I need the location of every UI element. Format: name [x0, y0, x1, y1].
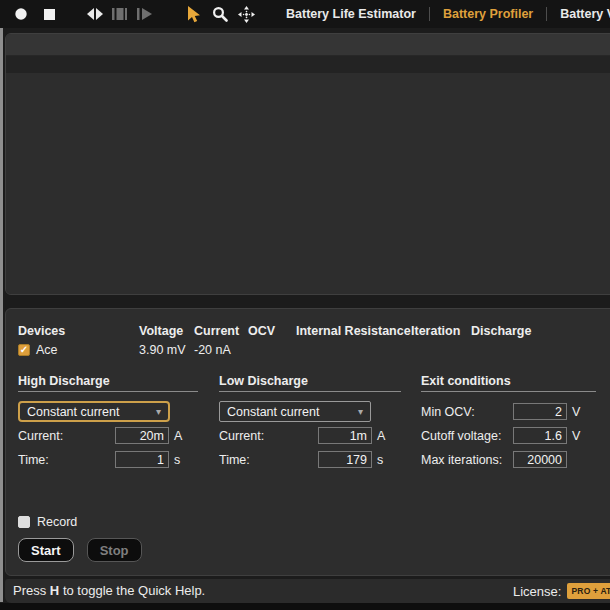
field-label: Time:: [18, 453, 115, 467]
field-label: Max iterations:: [421, 453, 513, 467]
start-button[interactable]: Start: [18, 538, 74, 562]
col-voltage: Voltage: [139, 324, 194, 338]
plot-panel: [5, 33, 610, 295]
quick-help-hint: Press H to toggle the Quick Help.: [13, 583, 205, 598]
step-icon: [112, 8, 127, 20]
hotkey-h: H: [50, 583, 59, 598]
section-title: High Discharge: [18, 374, 198, 392]
high-discharge-current-input[interactable]: [115, 427, 169, 444]
high-discharge-section: High Discharge Constant current ▾ Curren…: [18, 374, 198, 473]
unit-label: V: [572, 405, 584, 419]
controls-panel: Devices Voltage Current OCV Internal Res…: [5, 308, 610, 576]
unit-label: V: [572, 429, 584, 443]
field-label: Time:: [219, 453, 318, 467]
zoom-tool-icon: [212, 6, 228, 22]
stop-icon: [43, 8, 56, 21]
stop-button[interactable]: Stop: [87, 538, 142, 562]
play-icon: [137, 8, 152, 20]
chevron-down-icon: ▾: [358, 406, 363, 417]
status-bar: Press H to toggle the Quick Help. Licens…: [5, 579, 610, 603]
expand-horizontal-button[interactable]: [84, 3, 106, 25]
plot-area[interactable]: [6, 74, 610, 294]
devices-table: Devices Voltage Current OCV Internal Res…: [18, 322, 610, 358]
tab-separator: [429, 7, 430, 21]
col-ocv: OCV: [248, 324, 296, 338]
exit-conditions-section: Exit conditions Min OCV: V Cutoff voltag…: [421, 374, 596, 473]
plot-header-strip: [6, 34, 610, 56]
col-current: Current: [194, 324, 248, 338]
unit-label: A: [174, 429, 186, 443]
device-name: Ace: [36, 343, 58, 357]
record-label: Record: [37, 515, 77, 529]
pan-tool-button[interactable]: [235, 3, 257, 25]
unit-label: A: [377, 429, 389, 443]
license-badge: PRO + AT + B: [567, 583, 610, 599]
low-discharge-section: Low Discharge Constant current ▾ Current…: [219, 374, 401, 473]
record-button[interactable]: [10, 3, 32, 25]
unit-label: s: [377, 453, 389, 467]
unit-label: s: [174, 453, 186, 467]
min-ocv-input[interactable]: [513, 403, 567, 420]
table-row: ✓ Ace 3.90 mV -20 nA: [18, 341, 610, 358]
low-discharge-mode-select[interactable]: Constant current ▾: [219, 401, 371, 422]
window-left-edge: [0, 28, 3, 602]
cutoff-voltage-input[interactable]: [513, 427, 567, 444]
device-voltage-value: 3.90 mV: [139, 343, 194, 357]
toolbar: Battery Life Estimator Battery Profiler …: [0, 0, 610, 28]
devices-table-header: Devices Voltage Current OCV Internal Res…: [18, 322, 610, 339]
col-devices: Devices: [18, 324, 139, 338]
device-checkbox[interactable]: ✓: [18, 344, 30, 356]
record-row: Record: [18, 514, 610, 530]
play-button[interactable]: [133, 3, 155, 25]
action-buttons: Start Stop: [18, 538, 610, 562]
field-label: Current:: [18, 429, 115, 443]
tab-battery-profiler[interactable]: Battery Profiler: [443, 7, 533, 21]
field-label: Min OCV:: [421, 405, 513, 419]
low-discharge-time-input[interactable]: [318, 451, 372, 468]
license-area: License: PRO + AT + B: [513, 583, 610, 599]
pan-tool-icon: [238, 6, 255, 23]
chevron-down-icon: ▾: [156, 406, 161, 417]
cursor-tool-icon: [186, 6, 202, 23]
field-label: Cutoff voltage:: [421, 429, 513, 443]
device-current-value: -20 nA: [194, 343, 248, 357]
plot-timeline-strip: [6, 56, 610, 73]
record-icon: [14, 7, 28, 21]
col-discharge: Discharge: [471, 324, 610, 338]
col-iteration: Iteration: [411, 324, 471, 338]
discharge-forms: High Discharge Constant current ▾ Curren…: [18, 374, 610, 473]
section-title: Exit conditions: [421, 374, 596, 392]
high-discharge-mode-select[interactable]: Constant current ▾: [18, 401, 170, 422]
cursor-tool-button[interactable]: [183, 3, 205, 25]
high-discharge-time-input[interactable]: [115, 451, 169, 468]
tab-battery-life-estimator[interactable]: Battery Life Estimator: [286, 7, 416, 21]
mode-tabs: Battery Life Estimator Battery Profiler …: [286, 0, 610, 28]
col-internal-resistance: Internal Resistance: [296, 324, 411, 338]
stop-capture-button[interactable]: [38, 3, 60, 25]
zoom-tool-button[interactable]: [209, 3, 231, 25]
max-iterations-input[interactable]: [513, 451, 567, 468]
tab-battery-validation[interactable]: Battery Valid: [560, 7, 610, 21]
low-discharge-current-input[interactable]: [318, 427, 372, 444]
step-button[interactable]: [108, 3, 130, 25]
window-bottom-edge: [0, 603, 610, 610]
record-checkbox[interactable]: [18, 516, 30, 528]
expand-horizontal-icon: [87, 8, 103, 20]
license-label: License:: [513, 584, 561, 599]
tab-separator: [546, 7, 547, 21]
app-window: Battery Life Estimator Battery Profiler …: [0, 0, 610, 610]
section-title: Low Discharge: [219, 374, 401, 392]
field-label: Current:: [219, 429, 318, 443]
